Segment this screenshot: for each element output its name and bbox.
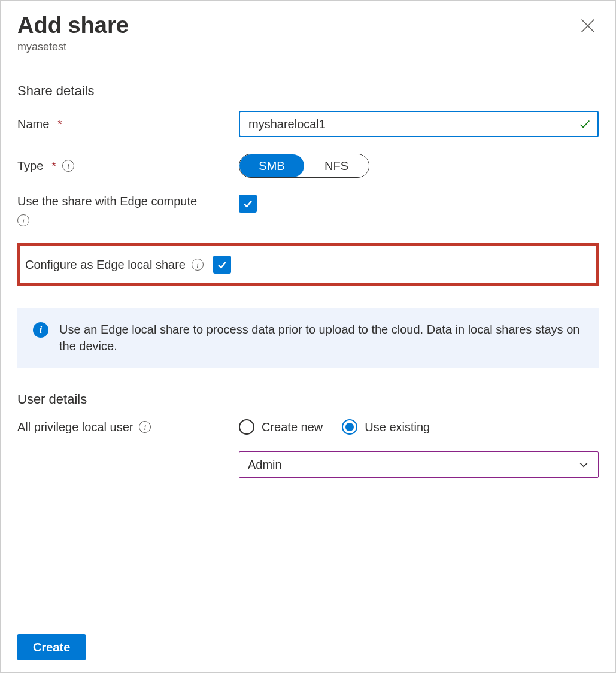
radio-outer [342,419,357,435]
create-button[interactable]: Create [17,634,86,660]
privilege-row: All privilege local user i Create new Us… [17,419,599,435]
user-select[interactable]: Admin [239,451,599,478]
panel-body: Share details Name* Type* i [1,53,615,622]
edge-compute-row: Use the share with Edge compute i [17,195,599,226]
user-radio-group: Create new Use existing [239,419,599,435]
edge-compute-label: Use the share with Edge compute i [17,195,227,226]
type-segmented-control: SMB NFS [239,154,369,178]
info-icon: i [33,322,48,338]
panel-footer: Create [1,622,615,672]
check-icon [216,259,228,271]
radio-label: Create new [262,420,323,434]
user-select-row: Admin [17,451,599,478]
panel-subtitle: myasetest [17,41,599,53]
valid-check-icon [578,117,591,131]
close-icon [579,17,596,34]
info-banner: i Use an Edge local share to process dat… [17,308,599,368]
user-details-heading: User details [17,392,599,407]
required-asterisk: * [51,159,56,173]
type-option-smb[interactable]: SMB [239,154,304,177]
edge-local-highlight: Configure as Edge local share i [17,243,599,286]
type-label: Type* i [17,159,227,173]
radio-use-existing[interactable]: Use existing [342,419,430,435]
name-row: Name* [17,111,599,137]
panel-header: Add share myasetest [1,1,615,53]
panel-title: Add share [17,13,599,38]
edge-compute-checkbox[interactable] [239,195,257,213]
name-label: Name* [17,117,227,131]
privilege-label: All privilege local user i [17,420,227,434]
user-select-value: Admin [248,458,282,472]
info-icon[interactable]: i [62,160,74,172]
info-banner-text: Use an Edge local share to process data … [59,321,583,354]
add-share-panel: Add share myasetest Share details Name* [0,0,616,673]
edge-local-label: Configure as Edge local share i [25,258,204,272]
info-icon[interactable]: i [139,421,151,433]
radio-outer [239,419,254,435]
radio-create-new[interactable]: Create new [239,419,323,435]
share-details-heading: Share details [17,83,599,99]
info-icon[interactable]: i [17,214,29,226]
edge-local-checkbox[interactable] [213,256,231,274]
type-row: Type* i SMB NFS [17,154,599,178]
type-option-nfs[interactable]: NFS [304,154,369,177]
required-asterisk: * [57,117,62,131]
check-icon [242,198,254,210]
info-icon[interactable]: i [192,259,204,271]
close-button[interactable] [579,17,596,34]
chevron-down-icon [578,459,590,471]
share-name-input[interactable] [239,111,599,137]
radio-label: Use existing [365,420,430,434]
